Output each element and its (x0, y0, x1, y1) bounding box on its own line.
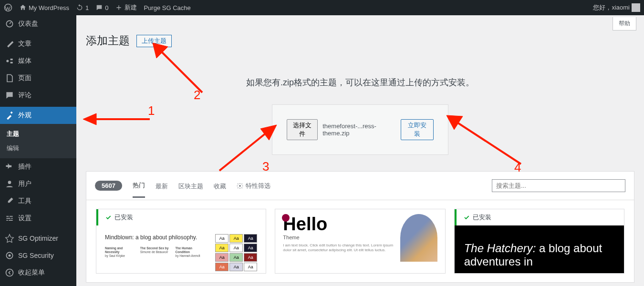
search-themes-input[interactable] (492, 179, 625, 192)
installed-badge: 已安装 (96, 209, 266, 225)
svg-marker-15 (83, 113, 96, 125)
svg-marker-19 (260, 125, 277, 140)
svg-rect-4 (6, 216, 9, 217)
filter-block[interactable]: 区块主题 (178, 182, 203, 197)
svg-point-3 (8, 181, 11, 184)
submenu-themes[interactable]: 主题 (0, 127, 76, 141)
svg-point-2 (6, 60, 9, 62)
help-button[interactable]: 帮助 (613, 17, 636, 31)
theme-count-badge: 5607 (95, 181, 122, 191)
user-greeting[interactable]: 您好，xiaomi (593, 3, 640, 12)
svg-rect-8 (6, 220, 8, 221)
theme-preview-image (400, 214, 437, 262)
filter-latest[interactable]: 最新 (156, 182, 168, 197)
sidebar-item-dashboard[interactable]: 仪表盘 (0, 15, 76, 32)
theme-preview-headline: Mindblown: a blog about philosophy. (105, 234, 207, 241)
theme-card[interactable]: 已安装 The Hatchery: a blog about adventure… (454, 209, 624, 274)
filter-favorites[interactable]: 收藏 (214, 182, 226, 197)
sidebar-item-users[interactable]: 用户 (0, 175, 76, 193)
svg-rect-7 (11, 218, 12, 219)
svg-rect-9 (9, 220, 12, 221)
selected-file-name: themeforest-...ress-theme.zip (322, 123, 396, 137)
sidebar-item-settings[interactable]: 设置 (0, 210, 76, 227)
svg-rect-6 (6, 218, 10, 219)
sidebar-item-media[interactable]: 媒体 (0, 52, 76, 70)
sidebar-item-appearance[interactable]: 外观 (0, 107, 76, 124)
submenu-edit[interactable]: 编辑 (0, 141, 76, 155)
updates-link[interactable]: 1 (76, 4, 89, 11)
choose-file-button[interactable]: 选择文件 (287, 119, 318, 140)
svg-rect-5 (10, 216, 13, 217)
arrow-icon (444, 111, 525, 168)
theme-preview-hello: Hello (283, 214, 394, 235)
arrow-icon (83, 109, 150, 128)
purge-cache-link[interactable]: Purge SG Cache (144, 4, 190, 11)
sidebar-item-plugins[interactable]: 插件 (0, 158, 76, 175)
page-title: 添加主题 (86, 33, 130, 48)
upload-form: 选择文件 themeforest-...ress-theme.zip 立即安装 (272, 104, 448, 155)
site-name-link[interactable]: My WordPress (19, 4, 69, 11)
sidebar-item-pages[interactable]: 页面 (0, 70, 76, 87)
theme-card[interactable]: Hello Theme I am text block. Click edit … (275, 209, 445, 274)
sidebar-item-tools[interactable]: 工具 (0, 193, 76, 210)
filter-popular[interactable]: 热门 (133, 181, 145, 198)
svg-line-18 (219, 131, 269, 171)
avatar (632, 3, 640, 12)
sidebar-item-sg-security[interactable]: SG Security (0, 247, 76, 264)
sidebar-item-comments[interactable]: 评论 (0, 87, 76, 104)
arrow-icon (216, 122, 279, 174)
new-link[interactable]: 新建 (115, 3, 137, 12)
svg-point-13 (239, 185, 241, 187)
sidebar-item-posts[interactable]: 文章 (0, 35, 76, 52)
theme-card[interactable]: 已安装 Mindblown: a blog about philosophy. … (96, 209, 266, 274)
wp-logo-icon[interactable] (4, 3, 12, 12)
theme-preview-hatchery: The Hatchery: a blog about adventures in (455, 225, 624, 273)
svg-line-16 (160, 51, 202, 92)
arrow-icon (150, 40, 204, 94)
install-now-button[interactable]: 立即安装 (401, 119, 434, 140)
comments-link[interactable]: 0 (95, 4, 108, 11)
installed-badge: 已安装 (455, 209, 624, 225)
svg-point-12 (6, 269, 13, 276)
sidebar-item-sg-optimizer[interactable]: SG Optimizer (0, 230, 76, 247)
color-swatches: AaAaAa AaAaAa AaAaAa AaAaAa (215, 234, 257, 271)
sidebar-collapse[interactable]: 收起菜单 (0, 264, 76, 281)
svg-line-20 (455, 121, 521, 164)
svg-point-11 (9, 255, 11, 257)
filter-feature-filter[interactable]: 特性筛选 (237, 182, 270, 190)
svg-marker-21 (447, 115, 463, 130)
